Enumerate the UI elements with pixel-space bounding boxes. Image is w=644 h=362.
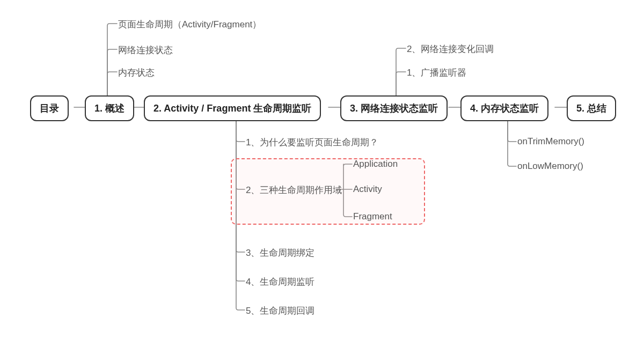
node-1-label: 1. 概述 — [94, 103, 125, 114]
node-4-label: 4. 内存状态监听 — [470, 103, 539, 114]
n4-child-a: onTrimMemory() — [517, 136, 584, 147]
node-3: 3. 网络连接状态监听 — [340, 95, 448, 121]
n2b-child-a: Application — [353, 159, 398, 169]
n4-child-b: onLowMemory() — [517, 161, 583, 172]
n2-child-e: 5、生命周期回调 — [246, 305, 314, 317]
n1-child-b: 网络连接状态 — [118, 44, 173, 56]
n3-child-b: 1、广播监听器 — [407, 67, 466, 79]
node-root: 目录 — [30, 95, 69, 121]
node-5-label: 5. 总结 — [576, 103, 606, 114]
node-2-label: 2. Activity / Fragment 生命周期监听 — [153, 103, 311, 114]
n1-child-c: 内存状态 — [118, 67, 155, 79]
node-5: 5. 总结 — [567, 95, 616, 121]
n1-child-a: 页面生命周期（Activity/Fragment） — [118, 18, 261, 31]
n2-child-a: 1、为什么要监听页面生命周期？ — [246, 136, 378, 149]
n2-child-d: 4、生命周期监听 — [246, 276, 314, 288]
node-2: 2. Activity / Fragment 生命周期监听 — [144, 95, 321, 121]
mindmap-canvas: 目录 1. 概述 2. Activity / Fragment 生命周期监听 3… — [0, 0, 644, 362]
n2-child-b: 2、三种生命周期作用域 — [246, 184, 342, 196]
n3-child-a: 2、网络连接变化回调 — [407, 43, 494, 55]
node-3-label: 3. 网络连接状态监听 — [350, 103, 438, 114]
node-4: 4. 内存状态监听 — [460, 95, 548, 121]
n2b-child-c: Fragment — [353, 211, 392, 222]
n2b-child-b: Activity — [353, 184, 382, 195]
node-1: 1. 概述 — [85, 95, 134, 121]
node-root-label: 目录 — [40, 103, 59, 114]
n2-child-c: 3、生命周期绑定 — [246, 247, 314, 259]
